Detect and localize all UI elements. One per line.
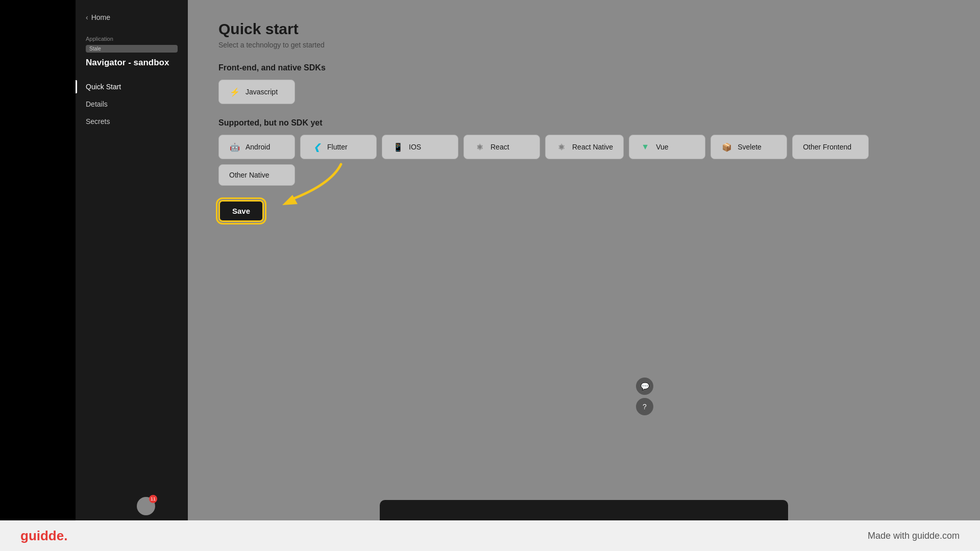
sdk-card-ios[interactable]: 📱 IOS: [382, 135, 458, 159]
sdk-label-javascript: Javascript: [246, 88, 278, 96]
page-subtitle: Select a technology to get started: [218, 41, 949, 49]
react-icon: ⚛: [474, 141, 485, 153]
app-section-label: Application: [76, 36, 188, 44]
back-label: Home: [91, 13, 110, 21]
sdk-label-other-frontend: Other Frontend: [803, 143, 851, 151]
sdk-card-react-native[interactable]: ⚛ React Native: [545, 135, 624, 159]
sdk-label-vue: Vue: [656, 143, 668, 151]
vue-icon: ▼: [640, 141, 651, 153]
tagline: Made with guidde.com: [868, 531, 960, 541]
chevron-left-icon: ‹: [86, 13, 88, 21]
sdk-card-javascript[interactable]: ⚡ Javascript: [218, 80, 295, 104]
user-avatar-area: 11: [137, 497, 155, 515]
bottom-bar: guidde. Made with guidde.com: [0, 520, 980, 551]
save-button[interactable]: Save: [218, 200, 264, 222]
sdk-label-android: Android: [246, 143, 270, 151]
main-content: Quick start Select a technology to get s…: [188, 0, 980, 551]
svg-marker-0: [282, 195, 298, 205]
save-area: Save: [218, 200, 949, 222]
react-native-icon: ⚛: [556, 141, 567, 153]
back-nav[interactable]: ‹ Home: [76, 9, 188, 26]
sdk-label-ios: IOS: [409, 143, 421, 151]
android-icon: 🤖: [229, 141, 240, 153]
svelte-icon: 📦: [721, 141, 732, 153]
sidebar-item-quick-start[interactable]: Quick Start: [76, 78, 188, 95]
flutter-icon: ❮: [311, 141, 322, 153]
sdk-label-react: React: [491, 143, 509, 151]
no-sdk-grid: 🤖 Android ❮ Flutter 📱 IOS ⚛ React ⚛: [218, 135, 949, 186]
no-sdk-section-heading: Supported, but no SDK yet: [218, 118, 949, 128]
side-icons: 💬 ?: [636, 378, 653, 415]
sdk-label-svelte: Svelete: [738, 143, 762, 151]
sdk-card-flutter[interactable]: ❮ Flutter: [300, 135, 377, 159]
sdk-label-flutter: Flutter: [327, 143, 348, 151]
guidde-logo: guidde.: [20, 528, 67, 544]
side-icon-chat[interactable]: 💬: [636, 378, 653, 395]
sdk-card-svelte[interactable]: 📦 Svelete: [710, 135, 787, 159]
sidebar-item-secrets[interactable]: Secrets: [76, 113, 188, 130]
sdk-card-other-frontend[interactable]: Other Frontend: [792, 135, 869, 159]
sidebar: ‹ Home Application Stale Navigator - san…: [76, 0, 188, 551]
app-name: Navigator - sandbox: [76, 58, 188, 78]
avatar[interactable]: 11: [137, 497, 155, 515]
sdk-card-vue[interactable]: ▼ Vue: [629, 135, 705, 159]
sdk-card-android[interactable]: 🤖 Android: [218, 135, 295, 159]
left-panel: [0, 0, 76, 551]
sidebar-nav: Quick Start Details Secrets: [76, 78, 188, 130]
side-icon-help[interactable]: ?: [636, 398, 653, 415]
javascript-icon: ⚡: [229, 86, 240, 97]
app-status-badge: Stale: [86, 45, 178, 53]
logo-text: guidde.: [20, 528, 67, 544]
sdk-label-react-native: React Native: [572, 143, 613, 151]
sidebar-item-details[interactable]: Details: [76, 95, 188, 113]
ios-icon: 📱: [393, 141, 404, 153]
frontend-section-heading: Front-end, and native SDKs: [218, 63, 949, 72]
page-title: Quick start: [218, 20, 949, 38]
sdk-card-react[interactable]: ⚛ React: [463, 135, 540, 159]
notification-badge: 11: [149, 495, 157, 503]
frontend-sdk-grid: ⚡ Javascript: [218, 80, 949, 104]
sdk-card-other-native[interactable]: Other Native: [218, 164, 295, 186]
sdk-label-other-native: Other Native: [229, 171, 270, 179]
